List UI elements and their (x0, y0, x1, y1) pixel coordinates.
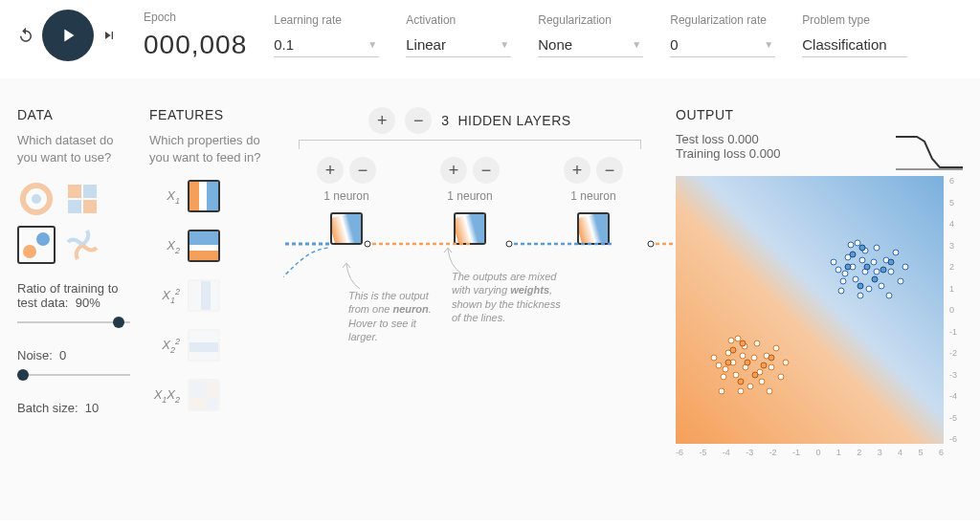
callout-weights: The outputs are mixed with varying weigh… (452, 270, 562, 324)
add-neuron-button[interactable]: + (440, 157, 467, 184)
svg-point-61 (725, 360, 731, 365)
svg-point-85 (831, 259, 836, 265)
hidden-layers-title: 3 HIDDEN LAYERS (441, 113, 570, 128)
svg-point-52 (711, 355, 717, 361)
svg-point-36 (735, 336, 741, 341)
dataset-grid (17, 180, 130, 264)
svg-point-96 (888, 259, 894, 265)
network-column: + − 3 HIDDEN LAYERS + − 1 neuron + (283, 107, 657, 501)
step-button[interactable] (101, 28, 117, 43)
svg-point-57 (745, 360, 750, 365)
output-title: OUTPUT (676, 107, 963, 122)
add-layer-button[interactable]: + (368, 107, 395, 134)
data-desc: Which dataset do you want to use? (17, 132, 130, 166)
hidden-layer-3: + − 1 neuron (546, 157, 641, 245)
svg-point-74 (858, 293, 863, 298)
x-axis: -6-5-4-3-2-10123456 (676, 448, 944, 457)
dataset-gauss[interactable] (17, 226, 56, 264)
feature-label: X2 (149, 238, 180, 255)
noise-label: Noise: 0 (17, 348, 130, 362)
svg-point-68 (874, 269, 880, 274)
svg-rect-13 (189, 251, 220, 262)
layer-count-label: 1 neuron (323, 189, 368, 203)
main-area: DATA Which dataset do you want to use? R… (0, 78, 980, 520)
remove-neuron-button[interactable]: − (349, 157, 376, 184)
feature-neuron[interactable] (188, 379, 220, 411)
svg-point-38 (747, 384, 753, 389)
output-plot[interactable]: 6543210-1-2-3-4-5-6 -6-5-4-3-2-10123456 (676, 176, 944, 444)
ratio-label: Ratio of training to test data: 90% (17, 281, 130, 310)
svg-point-75 (835, 267, 841, 273)
feature-label: X1X2 (149, 387, 180, 405)
feature-x1x2: X1X2 (149, 379, 264, 411)
feature-neuron[interactable] (188, 329, 220, 362)
problem-type-select[interactable]: Classification (802, 33, 907, 57)
noise-slider-group: Noise: 0 (17, 348, 130, 382)
svg-point-97 (859, 245, 865, 251)
svg-point-54 (740, 353, 746, 359)
add-neuron-button[interactable]: + (317, 157, 344, 184)
svg-point-69 (855, 240, 860, 246)
learning-rate-label: Learning rate (274, 13, 379, 27)
svg-rect-4 (68, 200, 81, 213)
reset-button[interactable] (17, 27, 34, 44)
svg-point-58 (730, 347, 736, 353)
svg-point-91 (850, 252, 856, 257)
svg-point-53 (767, 388, 772, 394)
neuron[interactable] (577, 212, 610, 245)
svg-point-83 (853, 276, 858, 282)
svg-point-62 (752, 372, 758, 378)
svg-rect-3 (83, 185, 97, 198)
svg-point-86 (886, 293, 892, 298)
remove-neuron-button[interactable]: − (473, 157, 500, 184)
neuron[interactable] (330, 212, 363, 245)
svg-rect-19 (206, 381, 220, 397)
regularization-group: Regularization None ▼ (538, 13, 643, 57)
play-button[interactable] (42, 10, 94, 61)
hidden-layer-2: + − 1 neuron (422, 157, 518, 245)
svg-point-71 (866, 286, 872, 292)
svg-rect-5 (83, 200, 97, 213)
feature-neuron[interactable] (188, 230, 220, 262)
dataset-xor[interactable] (63, 180, 101, 218)
regularization-rate-value: 0 (670, 36, 678, 53)
svg-point-90 (864, 264, 870, 270)
noise-slider[interactable] (17, 368, 130, 382)
svg-rect-21 (206, 397, 220, 411)
regularization-rate-select[interactable]: 0 ▼ (670, 33, 775, 57)
layers-bracket (299, 140, 641, 149)
activation-group: Activation Linear ▼ (406, 13, 511, 57)
svg-rect-10 (207, 182, 220, 212)
loss-chart (896, 132, 963, 170)
svg-point-1 (32, 194, 41, 204)
neuron[interactable] (454, 212, 486, 245)
add-neuron-button[interactable]: + (564, 157, 590, 184)
activation-select[interactable]: Linear ▼ (406, 33, 511, 57)
learning-rate-select[interactable]: 0.1 ▼ (274, 33, 379, 57)
ratio-slider-group: Ratio of training to test data: 90% (17, 281, 130, 329)
features-column: FEATURES Which properties do you want to… (149, 107, 264, 501)
dataset-spiral[interactable] (63, 226, 101, 264)
svg-point-42 (716, 362, 722, 368)
svg-point-41 (738, 388, 744, 394)
svg-rect-22 (332, 214, 363, 245)
feature-neuron[interactable] (188, 180, 220, 212)
svg-rect-2 (68, 185, 81, 198)
remove-layer-button[interactable]: − (405, 107, 432, 134)
svg-rect-18 (189, 381, 206, 397)
svg-rect-20 (189, 397, 206, 411)
svg-point-63 (768, 355, 774, 361)
regularization-select[interactable]: None ▼ (538, 33, 643, 57)
svg-point-94 (845, 264, 851, 270)
svg-point-51 (754, 340, 760, 346)
feature-neuron[interactable] (188, 279, 220, 312)
callout-neuron: This is the output from one neuron. Hove… (348, 289, 444, 343)
dataset-circle[interactable] (17, 180, 56, 218)
svg-rect-9 (199, 182, 207, 212)
svg-point-84 (874, 245, 880, 251)
ratio-slider[interactable] (17, 316, 130, 329)
svg-point-95 (872, 276, 878, 282)
svg-point-50 (733, 372, 739, 378)
remove-neuron-button[interactable]: − (596, 157, 623, 184)
train-loss: Training loss 0.000 (676, 146, 780, 161)
